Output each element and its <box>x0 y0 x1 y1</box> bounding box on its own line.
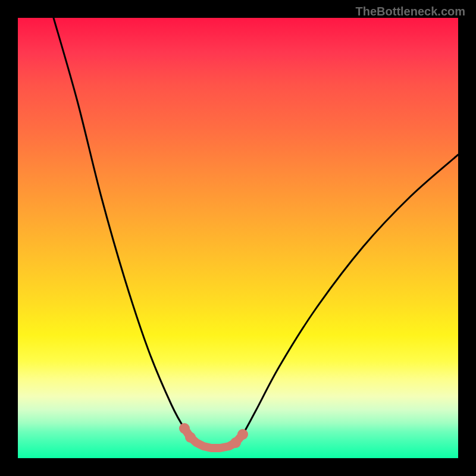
marker-dot <box>185 432 196 443</box>
watermark-text: TheBottleneck.com <box>356 5 465 18</box>
marker-dot <box>237 429 248 440</box>
marker-dot <box>230 437 241 448</box>
highlighted-markers <box>179 423 248 448</box>
chart-area <box>18 18 458 458</box>
chart-svg <box>18 18 458 458</box>
bottleneck-curve <box>54 18 458 448</box>
marker-dot <box>179 423 190 434</box>
